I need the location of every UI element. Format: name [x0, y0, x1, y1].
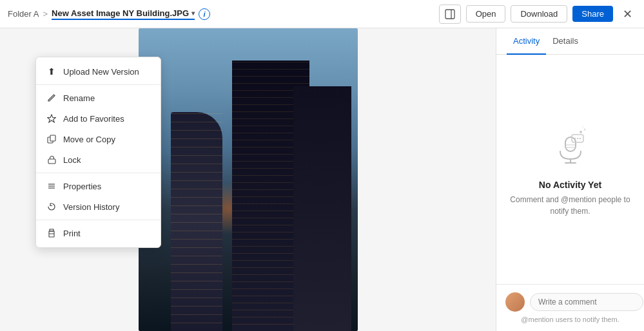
menu-label-lock: Lock: [63, 155, 81, 165]
tab-details[interactable]: Details: [546, 28, 585, 55]
main-area: ⬆ Upload New Version Rename Add to Favor…: [0, 28, 644, 331]
breadcrumb-current-file[interactable]: New Asset Image NY Building.JPG ▾: [52, 8, 195, 20]
menu-label-properties: Properties: [63, 182, 101, 191]
open-button[interactable]: Open: [466, 5, 506, 23]
menu-divider-2: [36, 173, 161, 173]
menu-item-version-history[interactable]: Version History: [36, 196, 161, 217]
menu-label-upload: Upload New Version: [63, 67, 139, 77]
menu-item-properties[interactable]: Properties: [36, 176, 161, 196]
menu-item-lock[interactable]: Lock: [36, 149, 161, 170]
menu-label-print: Print: [63, 229, 81, 238]
breadcrumb: Folder A > New Asset Image NY Building.J…: [8, 8, 210, 20]
rename-icon: [46, 93, 57, 103]
panel-footer: @mention users to notify them.: [496, 284, 644, 331]
svg-point-13: [582, 126, 583, 128]
header: Folder A > New Asset Image NY Building.J…: [0, 0, 644, 28]
chevron-down-icon: ▾: [191, 10, 195, 17]
menu-label-move-copy: Move or Copy: [63, 135, 115, 144]
svg-point-22: [579, 138, 580, 139]
menu-divider-1: [36, 84, 161, 85]
menu-label-version-history: Version History: [63, 202, 119, 212]
comment-row: [505, 292, 635, 312]
menu-item-print[interactable]: Print: [36, 223, 161, 243]
svg-point-11: [580, 131, 582, 133]
svg-point-12: [583, 129, 585, 131]
breadcrumb-separator: >: [43, 9, 48, 19]
header-actions: Open Download Share ✕: [439, 5, 636, 24]
image-preview: [139, 28, 358, 331]
move-copy-icon: [46, 134, 57, 144]
share-button[interactable]: Share: [572, 6, 613, 22]
lock-icon: [46, 155, 57, 165]
no-activity-description: Comment and @mention people to notify th…: [509, 194, 631, 217]
menu-item-add-favorites[interactable]: Add to Favorites: [36, 108, 161, 129]
svg-rect-5: [48, 159, 55, 164]
context-dropdown-menu: ⬆ Upload New Version Rename Add to Favor…: [35, 57, 161, 248]
print-icon: [46, 228, 57, 238]
info-icon[interactable]: i: [199, 8, 210, 20]
svg-rect-4: [50, 135, 55, 141]
download-button[interactable]: Download: [511, 5, 567, 23]
menu-divider-3: [36, 220, 161, 220]
properties-icon: [46, 181, 57, 191]
svg-point-21: [576, 138, 578, 139]
breadcrumb-folder[interactable]: Folder A: [8, 9, 39, 19]
layout-icon: [445, 9, 455, 19]
svg-rect-9: [49, 234, 54, 237]
mention-hint: @mention users to notify them.: [505, 316, 635, 323]
menu-item-rename[interactable]: Rename: [36, 88, 161, 108]
no-activity-illustration: [547, 122, 594, 171]
content-area: ⬆ Upload New Version Rename Add to Favor…: [0, 28, 496, 331]
star-icon: [46, 113, 57, 124]
menu-item-upload-new-version[interactable]: ⬆ Upload New Version: [36, 61, 161, 82]
close-button[interactable]: ✕: [618, 5, 636, 23]
menu-label-rename: Rename: [63, 93, 95, 103]
file-name-label: New Asset Image NY Building.JPG: [52, 8, 189, 18]
avatar: [505, 292, 525, 312]
svg-point-20: [574, 138, 575, 139]
comment-input[interactable]: [530, 293, 643, 311]
panel-body: No Activity Yet Comment and @mention peo…: [496, 55, 644, 284]
right-panel: Activity Details: [496, 28, 644, 331]
menu-label-favorites: Add to Favorites: [63, 114, 124, 124]
svg-rect-10: [50, 229, 54, 231]
menu-item-move-copy[interactable]: Move or Copy: [36, 129, 161, 149]
svg-rect-0: [445, 10, 454, 19]
svg-rect-14: [565, 137, 576, 151]
no-activity-title: No Activity Yet: [539, 180, 601, 190]
version-history-icon: [46, 202, 57, 212]
panel-toggle-button[interactable]: [439, 5, 461, 24]
upload-icon: ⬆: [46, 66, 57, 77]
tab-activity[interactable]: Activity: [507, 28, 546, 55]
svg-marker-2: [48, 115, 56, 122]
panel-tabs: Activity Details: [496, 28, 644, 55]
